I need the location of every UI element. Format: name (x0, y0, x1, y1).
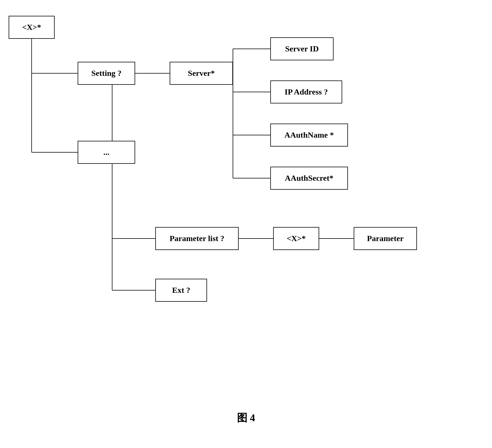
root-node: <X>* (9, 16, 55, 39)
param-list-node: Parameter list ? (155, 227, 239, 250)
setting-node: Setting ? (78, 62, 135, 85)
aauth-secret-node: AAuthSecret* (270, 167, 348, 190)
diagram: <X>* Setting ? ... Server* Server ID IP … (0, 0, 492, 448)
server-id-node: Server ID (270, 37, 334, 60)
parameter-node: Parameter (354, 227, 417, 250)
ellipsis-node: ... (78, 141, 135, 164)
connector-lines (0, 0, 492, 448)
diagram-caption: 图 4 (237, 411, 255, 425)
ext-node: Ext ? (155, 279, 207, 302)
aauth-name-node: AAuthName * (270, 124, 348, 147)
ip-address-node: IP Address ? (270, 80, 342, 103)
server-node: Server* (170, 62, 233, 85)
x-node: <X>* (273, 227, 319, 250)
